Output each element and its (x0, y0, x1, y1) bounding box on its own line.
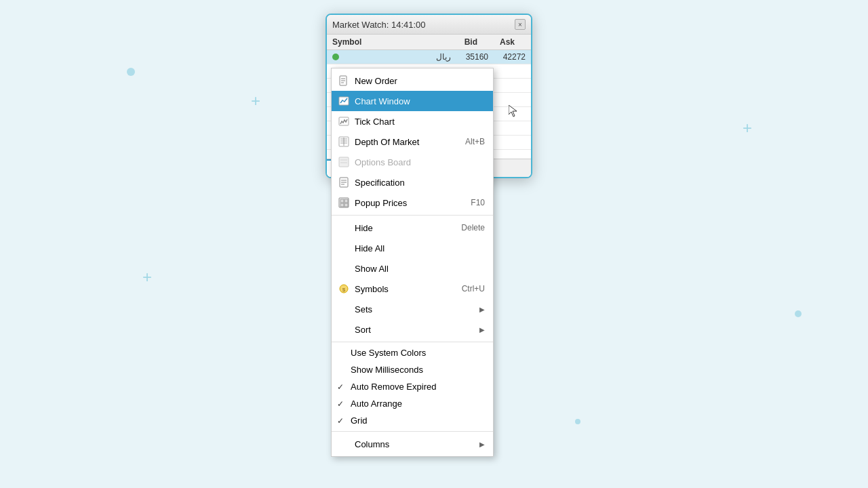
tick-chart-icon (337, 115, 351, 128)
menu-label: Use System Colors (351, 348, 485, 358)
menu-item-options-board: Options Board (332, 152, 493, 172)
svg-text:$: $ (342, 287, 346, 293)
svg-rect-21 (340, 203, 344, 207)
menu-label: Grid (351, 415, 485, 426)
scrollbar-placeholder (515, 37, 526, 47)
menu-label: Sort (355, 325, 474, 335)
menu-item-auto-remove-expired[interactable]: ✓ Auto Remove Expired (332, 378, 493, 395)
menu-item-use-system-colors[interactable]: Use System Colors (332, 344, 493, 361)
menu-label: Auto Remove Expired (351, 382, 485, 392)
context-menu: New Order Chart Window Tick Chart (331, 68, 494, 457)
menu-label: Hide All (355, 243, 485, 253)
svg-rect-11 (339, 157, 349, 167)
checkmark-auto-remove: ✓ (337, 382, 348, 392)
menu-label: Auto Arrange (351, 399, 485, 409)
symbols-icon: $ (337, 282, 351, 296)
table-header: Symbol Bid Ask (327, 35, 531, 50)
show-all-icon (337, 262, 351, 275)
menu-label: Show Milliseconds (351, 365, 485, 375)
columns-icon (337, 437, 351, 451)
column-ask: Ask (477, 37, 515, 47)
chart-window-icon (337, 94, 351, 108)
menu-item-depth-of-market[interactable]: Depth Of Market Alt+B (332, 131, 493, 152)
ask-value: 42272 (488, 52, 526, 62)
deco-plus-3: + (743, 119, 752, 138)
menu-label: Chart Window (355, 96, 485, 106)
column-symbol: Symbol (332, 37, 440, 47)
menu-label: Options Board (355, 157, 485, 167)
checkmark-grid: ✓ (337, 416, 348, 426)
sets-icon (337, 302, 351, 316)
menu-label: Columns (355, 439, 474, 449)
status-dot (332, 54, 339, 60)
svg-rect-19 (340, 199, 344, 203)
menu-label: Symbols (355, 284, 448, 294)
menu-item-columns[interactable]: Columns ▶ (332, 434, 493, 454)
menu-label: Depth Of Market (355, 137, 452, 147)
svg-rect-20 (344, 199, 348, 203)
deco-plus-2: + (142, 268, 152, 287)
menu-item-symbols[interactable]: $ Symbols Ctrl+U (332, 279, 493, 299)
menu-label: Sets (355, 304, 474, 314)
svg-rect-22 (344, 203, 348, 207)
hide-icon (337, 221, 351, 235)
menu-shortcut: Ctrl+U (462, 284, 485, 293)
bid-value: 35160 (451, 52, 488, 62)
checkmark-auto-arrange: ✓ (337, 399, 348, 409)
specification-icon (337, 176, 351, 189)
menu-item-grid[interactable]: ✓ Grid (332, 412, 493, 429)
menu-item-show-all[interactable]: Show All (332, 258, 493, 279)
menu-label: Popup Prices (355, 198, 457, 208)
hide-all-icon (337, 241, 351, 255)
menu-item-chart-window[interactable]: Chart Window (332, 91, 493, 111)
menu-label: New Order (355, 76, 485, 86)
table-row[interactable]: ریال 35160 42272 (327, 50, 531, 64)
menu-shortcut: Delete (461, 223, 485, 232)
close-button[interactable]: × (515, 19, 526, 30)
menu-item-hide-all[interactable]: Hide All (332, 238, 493, 258)
sets-arrow: ▶ (479, 306, 485, 313)
column-bid: Bid (440, 37, 477, 47)
menu-item-hide[interactable]: Hide Delete (332, 218, 493, 238)
title-bar: Market Watch: 14:41:00 × (327, 15, 531, 35)
menu-shortcut: Alt+B (465, 137, 485, 146)
deco-plus-1: + (251, 92, 260, 110)
menu-item-specification[interactable]: Specification (332, 172, 493, 192)
sort-icon (337, 323, 351, 336)
menu-separator-2 (332, 342, 493, 342)
menu-label: Show All (355, 264, 485, 274)
options-board-icon (337, 155, 351, 169)
menu-label: Hide (355, 223, 448, 233)
deco-dot-3 (575, 419, 580, 424)
menu-label: Tick Chart (355, 117, 485, 127)
new-order-icon (337, 74, 351, 87)
menu-item-auto-arrange[interactable]: ✓ Auto Arrange (332, 395, 493, 412)
deco-dot-2 (795, 310, 802, 317)
window-title: Market Watch: 14:41:00 (332, 20, 426, 30)
menu-item-show-milliseconds[interactable]: Show Milliseconds (332, 361, 493, 378)
depth-of-market-icon (337, 135, 351, 148)
popup-prices-icon (337, 196, 351, 209)
menu-item-sort[interactable]: Sort ▶ (332, 319, 493, 340)
menu-label: Specification (355, 178, 485, 188)
menu-item-tick-chart[interactable]: Tick Chart (332, 111, 493, 131)
deco-dot-1 (127, 68, 135, 76)
menu-separator-3 (332, 431, 493, 432)
sort-arrow: ▶ (479, 326, 485, 333)
menu-separator (332, 215, 493, 216)
menu-item-sets[interactable]: Sets ▶ (332, 299, 493, 319)
columns-arrow: ▶ (479, 441, 485, 448)
menu-shortcut: F10 (471, 198, 485, 207)
symbol-label: ریال (342, 52, 451, 62)
menu-item-popup-prices[interactable]: Popup Prices F10 (332, 192, 493, 213)
menu-item-new-order[interactable]: New Order (332, 70, 493, 91)
